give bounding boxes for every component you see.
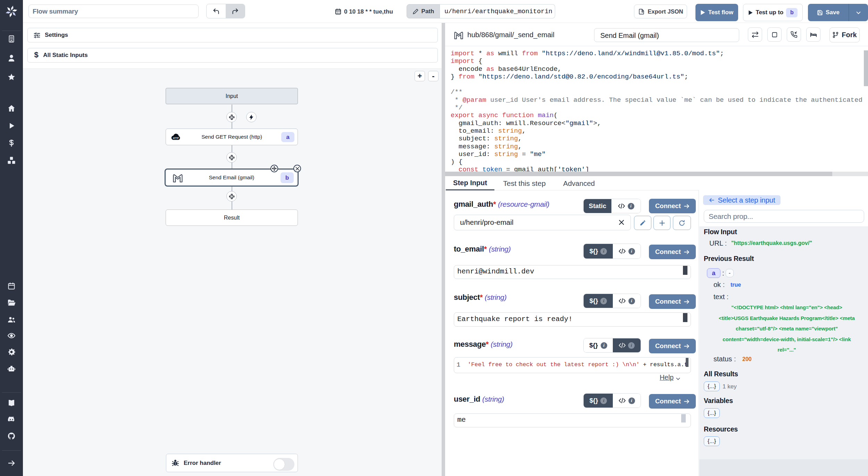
svg-text:HTTP: HTTP: [173, 137, 179, 139]
